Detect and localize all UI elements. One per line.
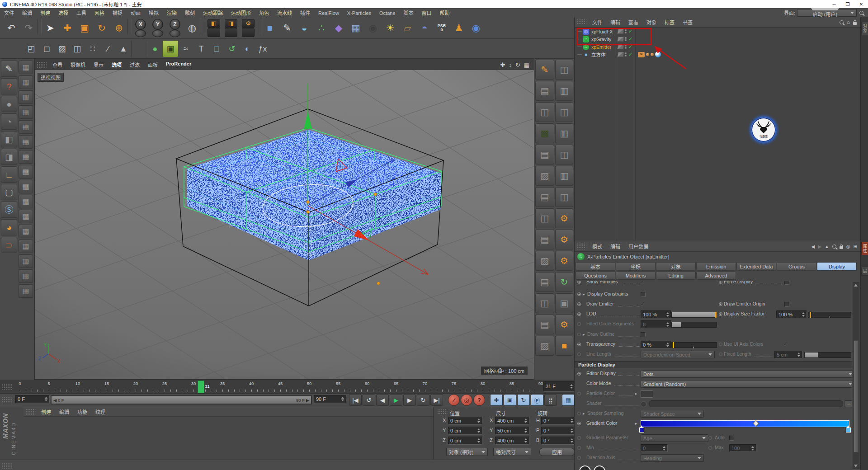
shader-field[interactable] <box>649 400 843 407</box>
drag-handle[interactable] <box>576 243 586 249</box>
palette-tile[interactable]: ▦ <box>19 165 33 179</box>
edges-mode-button[interactable]: ∕ <box>100 41 116 57</box>
toolbar-separator[interactable] <box>131 41 147 57</box>
expand-icon[interactable]: ▸ <box>583 292 585 296</box>
drag-handle[interactable] <box>2 383 12 390</box>
gradient-knot-right[interactable] <box>846 428 851 432</box>
move-tool[interactable]: ✚ <box>59 19 76 37</box>
tab-extended-data[interactable]: Extended Data <box>736 262 776 271</box>
display-size-factor-slider[interactable] <box>808 312 851 318</box>
palette-tile[interactable]: ◫ <box>535 293 554 313</box>
sweep-tool-button[interactable]: ↺ <box>224 41 240 57</box>
autokey-button[interactable]: ◎ <box>461 394 472 406</box>
cube-b-tool-icon[interactable]: ◨ <box>1 149 17 165</box>
key-position-toggle[interactable]: ✚ <box>490 394 503 406</box>
palette-tile[interactable]: ▤ <box>535 230 554 249</box>
keyframe-circle[interactable] <box>577 281 581 284</box>
menu-mesh[interactable]: 网格 <box>90 10 108 16</box>
menu-window[interactable]: 窗口 <box>418 10 436 16</box>
toolbar-separator[interactable] <box>127 19 132 34</box>
toolbar-separator[interactable] <box>201 19 205 34</box>
enable-snap-button[interactable]: ▣ <box>163 41 178 57</box>
workplane-mode-button[interactable]: ◫ <box>70 41 85 57</box>
render-settings-button[interactable]: ⚙ <box>240 19 257 37</box>
sculpt-pen-icon[interactable]: ✎ <box>535 60 554 80</box>
history-back-icon[interactable]: ◀ <box>811 244 815 249</box>
interface-dropdown[interactable]: 启动 (用户) <box>797 9 857 17</box>
deformers-menu[interactable]: ◆ <box>330 19 347 37</box>
size-z-field[interactable]: 400 cm <box>495 437 529 445</box>
palette-tile[interactable]: ▤ <box>535 272 554 292</box>
keyframe-help-button[interactable]: ? <box>473 394 485 406</box>
lock-icon[interactable] <box>853 22 857 25</box>
menu-edit[interactable]: 编辑 <box>18 10 36 16</box>
recent-tool[interactable]: ⊕ <box>110 19 127 37</box>
tab-editing[interactable]: Editing <box>656 271 696 280</box>
menu-xparticles[interactable]: X-Particles <box>343 10 375 16</box>
rotate-view-icon[interactable]: ↻ <box>515 61 520 68</box>
palette-tile[interactable]: ▨ <box>535 336 554 356</box>
cube-a-tool-icon[interactable]: ◧ <box>1 131 17 147</box>
om-menu-view[interactable]: 查看 <box>624 19 642 26</box>
palette-tile[interactable]: ▤ <box>535 187 554 207</box>
force-display-checkbox[interactable] <box>784 281 789 285</box>
keyframe-circle[interactable] <box>577 372 581 376</box>
parent-icon[interactable]: ▲ <box>825 244 829 249</box>
tab-advanced[interactable]: Advanced <box>696 271 736 280</box>
palette-tile[interactable]: ▦ <box>19 225 33 238</box>
enable-axis-button[interactable]: ● <box>147 41 163 57</box>
layer-toggle[interactable] <box>617 44 624 49</box>
layer-toggle[interactable] <box>617 37 624 42</box>
enable-check[interactable]: ✓ <box>628 52 632 57</box>
vp-menu-view[interactable]: 查看 <box>48 61 66 68</box>
size-x-field[interactable]: 400 cm <box>495 417 529 425</box>
palette-tile[interactable]: ▦ <box>19 210 33 223</box>
keyframe-circle[interactable] <box>577 422 581 425</box>
frame-range-slider[interactable]: ◀ 0 F90 F ▶ <box>51 395 312 404</box>
coord-mode-dropdown[interactable]: 对象 (相对) <box>446 448 488 456</box>
search-icon[interactable] <box>840 20 844 24</box>
undo-button[interactable]: ↶ <box>3 19 20 37</box>
step-back-button[interactable]: ◀ <box>376 394 389 406</box>
palette-tile[interactable]: ▦ <box>19 90 33 104</box>
new-panel-icon[interactable]: ⊞ <box>854 244 857 249</box>
palette-tile[interactable]: ▩ <box>535 123 554 143</box>
am-menu-userdata[interactable]: 用户数据 <box>624 243 652 250</box>
side-tab-layers[interactable]: 层 <box>861 267 868 276</box>
om-menu-file[interactable]: 文件 <box>588 19 606 26</box>
phong-tag-icon[interactable] <box>651 53 654 56</box>
keyframe-circle[interactable] <box>577 392 581 395</box>
scale-tool[interactable]: ▣ <box>76 19 93 37</box>
size-y-field[interactable]: 50 cm <box>495 427 529 435</box>
editor-display-dropdown[interactable]: Dots <box>641 370 852 378</box>
timeline-ruler[interactable]: 051015202530354045505560657075808590 31 … <box>0 380 574 394</box>
rotation-p-field[interactable]: 0 ° <box>541 427 576 435</box>
keyframe-circle[interactable] <box>577 412 581 415</box>
lock-x-axis-button[interactable]: X <box>132 19 149 37</box>
spline-tools-button[interactable]: ≈ <box>178 41 193 57</box>
om-menu-object[interactable]: 对象 <box>642 19 660 26</box>
spline-pen-menu[interactable]: ✎ <box>278 19 296 37</box>
palette-tile[interactable]: ▦ <box>19 180 33 193</box>
start-frame-field[interactable]: 0 F <box>15 395 50 403</box>
play-backwards-button[interactable]: ↺ <box>363 394 375 406</box>
palette-tile[interactable]: ▤ <box>535 81 554 101</box>
visibility-dots[interactable] <box>625 52 627 56</box>
maximize-button[interactable]: ❐ <box>841 2 854 7</box>
menu-render[interactable]: 渲染 <box>163 10 181 16</box>
close-button[interactable]: ✕ <box>854 2 868 7</box>
keyframe-circle[interactable] <box>577 343 581 346</box>
key-pla-toggle[interactable]: ⣿ <box>544 394 557 406</box>
lod-field[interactable]: 100 % <box>641 310 671 318</box>
om-menu-edit[interactable]: 编辑 <box>606 19 624 26</box>
menu-octane[interactable]: Octane <box>375 10 399 16</box>
fill-tool-icon[interactable]: ◕ <box>1 219 17 235</box>
polygons-mode-button[interactable]: ▲ <box>116 41 131 57</box>
record-keyframe-button[interactable]: ⁄ <box>448 394 460 406</box>
palette-tile[interactable]: ▦ <box>19 240 33 253</box>
transparency-slider[interactable] <box>671 342 717 348</box>
palette-tile[interactable]: ▦ <box>19 150 33 164</box>
menu-simulate[interactable]: 模拟 <box>145 10 163 16</box>
palette-tile[interactable]: ▦ <box>19 105 33 119</box>
current-frame-field[interactable]: 31 F <box>543 381 575 392</box>
